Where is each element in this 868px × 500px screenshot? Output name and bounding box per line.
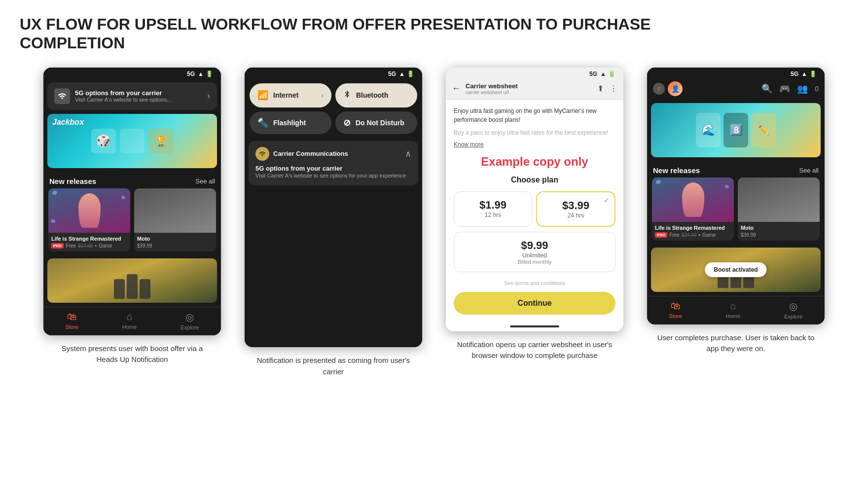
signal-icon-2: ▲	[399, 71, 405, 77]
friends-icon-4[interactable]: 👥	[797, 83, 808, 94]
game-thumb-moto-4	[738, 178, 820, 222]
know-more-link-3[interactable]: Know more	[454, 141, 615, 148]
plan-price-3-99-3: $3.99	[542, 199, 610, 212]
soldiers-1	[114, 274, 150, 299]
game-name-lis-4: Life is Strange Remastered	[655, 225, 731, 231]
tile-dnd-label-2: Do Not Disturb	[356, 119, 404, 127]
status-bar-4: 5G ▲ 🔋	[647, 68, 825, 78]
game-card-lis-4[interactable]: Life is Strange Remastered PRO Free $24.…	[652, 178, 734, 241]
phone-frame-3: 5G ▲ 🔋 ← Carrier websheet carrier webshe…	[446, 68, 623, 331]
game-info-moto-4: Moto $39.99	[738, 222, 820, 241]
plan-card-3-99-3[interactable]: ✓ $3.99 24 hrs	[536, 191, 615, 227]
notification-card-1[interactable]: 5G options from your carrier Visit Carri…	[47, 82, 217, 110]
bottom-nav-1: 🛍 Store ⌂ Home ◎ Explore	[43, 307, 221, 335]
carrier-notif-header-2: Carrier Communications ∧	[255, 147, 411, 161]
more-icon-3[interactable]: ⋮	[610, 84, 617, 93]
hero-game-1-4: 🌊	[696, 113, 721, 147]
screen-4-col: 5G ▲ 🔋 2 👤 🔍 🎮 👥 0	[642, 68, 830, 355]
choose-plan-title-3: Choose plan	[454, 176, 615, 184]
nav-explore-4[interactable]: ◎ Explore	[784, 300, 802, 320]
status-bar-3: 5G ▲ 🔋	[446, 68, 623, 78]
caption-2: Notification is presented as coming from…	[254, 355, 412, 377]
bluetooth-icon-2	[343, 89, 351, 102]
phone-frame-4: 5G ▲ 🔋 2 👤 🔍 🎮 👥 0	[647, 68, 825, 324]
carrier-notification-2[interactable]: Carrier Communications ∧ 5G options from…	[249, 141, 418, 185]
game-card-lis-1[interactable]: Life is Strange Remastered PRO Free $24.…	[48, 188, 130, 251]
status-5g-1: 5G	[187, 71, 195, 77]
price-free-1: Free	[66, 243, 76, 249]
body-text2-3: Buy a pass to enjoy ultra fast rates for…	[454, 128, 615, 137]
dark-space-2	[245, 189, 422, 347]
game-card-moto-4[interactable]: Moto $39.99	[738, 178, 820, 241]
url-3: carrier websheet url	[466, 90, 592, 95]
browser-bar-3: ← Carrier websheet carrier websheet url …	[446, 78, 623, 100]
share-icon-3[interactable]: ⬆	[597, 84, 604, 93]
moto-price-4: $39.99	[741, 232, 756, 238]
price-strike-1: $24.99	[78, 243, 93, 249]
tile-flashlight-2[interactable]: 🔦 Flashlight	[250, 111, 331, 134]
game-meta-moto-4: $39.99	[741, 232, 817, 238]
nav-explore-label-4: Explore	[784, 314, 802, 320]
game-type-label-4: Game	[702, 232, 716, 238]
status-icons-3: ▲ 🔋	[600, 71, 615, 77]
nav-store-4[interactable]: 🛍 Store	[669, 300, 682, 320]
notif-chevron-1[interactable]: ›	[207, 91, 210, 101]
battery-icon-2: 🔋	[407, 71, 414, 77]
plan-card-1-99-3[interactable]: $1.99 12 hrs	[454, 191, 532, 227]
continue-button-3[interactable]: Continue	[454, 292, 615, 315]
game-info-lis-4: Life is Strange Remastered PRO Free $24.…	[652, 222, 734, 241]
see-all-4[interactable]: See all	[799, 167, 819, 174]
signal-icon-4: ▲	[801, 71, 807, 77]
see-all-1[interactable]: See all	[195, 178, 215, 185]
plan-price-1-99-3: $1.99	[459, 199, 527, 212]
avatar-4[interactable]: 👤	[668, 81, 683, 96]
hero-banner-1: 🎲 🏆 Jackbox	[47, 114, 217, 168]
quick-settings-2: 📶 Internet › Bluetooth 🔦 Flashlight	[245, 78, 422, 137]
tile-bluetooth-2[interactable]: Bluetooth	[335, 83, 417, 107]
soldier-2	[127, 274, 138, 299]
status-5g-4: 5G	[791, 71, 798, 77]
wifi-icon-2: 📶	[257, 90, 268, 101]
carrier-expand-icon-2[interactable]: ∧	[405, 148, 411, 159]
tile-dnd-2[interactable]: ⊘ Do Not Disturb	[335, 111, 417, 134]
carrier-app-icon-2	[255, 147, 269, 161]
back-button-3[interactable]: ←	[452, 83, 461, 94]
game-name-moto-4: Moto	[741, 225, 817, 231]
price-free-4: Free	[669, 232, 680, 238]
plan-billing-3: Billed monthly	[459, 259, 610, 265]
boost-activated-badge-4: Boost activated	[705, 262, 766, 277]
hero-banner-4: 🌊 8️⃣ ✏️	[651, 103, 821, 157]
dnd-icon-2: ⊘	[343, 117, 351, 128]
plan-label-unlimited-3: Unlimited	[459, 252, 610, 259]
nav-home-label-4: Home	[726, 313, 740, 319]
home-indicator-3	[446, 321, 623, 331]
games-row-4: Life is Strange Remastered PRO Free $24.…	[647, 178, 825, 246]
status-bar-1: 5G ▲ 🔋	[43, 68, 221, 78]
bottom-nav-4: 🛍 Store ⌂ Home ◎ Explore	[647, 296, 825, 324]
nav-home-label-1: Home	[122, 324, 137, 330]
nav-home-1[interactable]: ⌂ Home	[122, 311, 137, 330]
game-meta-lis-1: PRO Free $24.99 • Game	[51, 243, 127, 249]
nav-explore-1[interactable]: ◎ Explore	[181, 311, 199, 330]
new-releases-header-1: New releases See all	[43, 172, 221, 188]
controller-icon-4[interactable]: 🎮	[779, 83, 790, 94]
home-bar-3	[510, 325, 559, 327]
signal-icon-3: ▲	[600, 71, 606, 77]
terms-text-3: See terms and conditions	[454, 280, 615, 286]
caption-3: Notification opens up carrier websheet i…	[456, 339, 614, 361]
search-icon-4[interactable]: 🔍	[761, 83, 772, 94]
nav-store-1[interactable]: 🛍 Store	[66, 311, 78, 330]
nav-home-4[interactable]: ⌂ Home	[726, 300, 740, 320]
game-thumb-lis-4	[652, 178, 734, 222]
tile-flashlight-label-2: Flashlight	[273, 119, 306, 127]
battery-icon-3: 🔋	[608, 71, 615, 77]
game-type-sep-4: •	[699, 232, 701, 238]
game-thumb-lis-1	[48, 188, 130, 233]
caption-4: User completes purchase. User is taken b…	[657, 332, 815, 355]
pro-badge-4: PRO	[655, 232, 667, 238]
notif-title-1: 5G options from your carrier	[75, 89, 202, 97]
game-card-moto-1[interactable]: Moto $39.99	[134, 188, 216, 251]
internet-chevron-2: ›	[321, 91, 324, 99]
tile-internet-2[interactable]: 📶 Internet ›	[250, 83, 331, 107]
plan-unlimited-3[interactable]: $9.99 Unlimited Billed monthly	[454, 232, 615, 272]
